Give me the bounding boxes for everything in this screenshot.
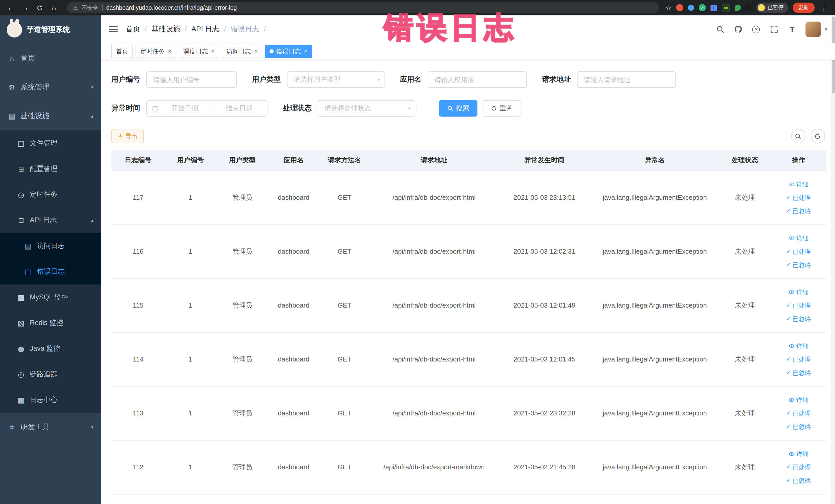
start-date-placeholder: 开始日期: [162, 104, 207, 113]
on-badge-icon[interactable]: on: [722, 4, 730, 12]
calendar-icon: [152, 105, 159, 112]
detail-link[interactable]: 详细: [789, 394, 809, 406]
detail-link[interactable]: 详细: [789, 340, 809, 352]
extension-red-icon[interactable]: [676, 4, 683, 11]
mark-ignored-link[interactable]: ✓已忽略: [786, 366, 811, 379]
request-url-input[interactable]: [577, 72, 676, 88]
browser-home-icon[interactable]: ⌂: [47, 1, 61, 14]
filter-label: 应用名: [400, 75, 422, 84]
breadcrumb-item[interactable]: API 日志: [191, 25, 231, 34]
sidebar-item[interactable]: ⚙ 系统管理 ▾: [0, 73, 101, 102]
extension-green-check-icon[interactable]: ✓: [699, 4, 706, 11]
update-button[interactable]: 更新: [792, 3, 814, 13]
mark-processed-link[interactable]: ✓已处理: [786, 299, 811, 311]
table-body: 117 1 管理员 dashboard GET /api/infra/db-do…: [111, 170, 826, 494]
tab[interactable]: 定时任务 ×: [136, 45, 176, 58]
toggle-search-button[interactable]: [791, 129, 805, 143]
mark-ignored-link[interactable]: ✓已忽略: [786, 205, 811, 217]
page-content: 用户编号 用户类型 请选择用户类型 ▾ 应用名: [101, 60, 835, 504]
mark-processed-link[interactable]: ✓已处理: [786, 353, 811, 365]
user-avatar[interactable]: [806, 22, 821, 37]
sidebar-item[interactable]: ▤ 错误日志: [0, 259, 101, 284]
tab-close-icon[interactable]: ×: [304, 48, 307, 55]
reload-icon[interactable]: [33, 1, 46, 14]
apps-grid-icon[interactable]: [711, 4, 717, 11]
mark-ignored-link[interactable]: ✓已忽略: [786, 474, 811, 486]
sidebar-item[interactable]: ◷ 定时任务: [0, 182, 101, 207]
sidebar-item[interactable]: ⊡ API 日志 ▴: [0, 207, 101, 233]
tab-close-icon[interactable]: ×: [168, 48, 171, 55]
font-size-icon[interactable]: T: [788, 25, 797, 34]
tab[interactable]: 调度日志 ×: [179, 45, 219, 58]
vertical-scrollbar: [831, 15, 835, 504]
tab[interactable]: 访问日志 ×: [222, 45, 262, 58]
user-type-select[interactable]: 请选择用户类型 ▾: [287, 72, 385, 88]
home-icon: ⌂: [8, 55, 16, 63]
tab[interactable]: 错误日志 ×: [265, 45, 312, 58]
sidebar-item[interactable]: ⌗ 研发工具 ▾: [0, 413, 101, 442]
avatar-caret-icon[interactable]: ▾: [825, 27, 827, 32]
user-id-input[interactable]: [146, 72, 237, 88]
mark-processed-link[interactable]: ✓已处理: [786, 461, 811, 473]
leaf-extension-icon[interactable]: [735, 5, 741, 11]
detail-link[interactable]: 详细: [789, 447, 809, 460]
sidebar-item[interactable]: ▦ MySQL 监控: [0, 284, 101, 310]
tab-close-icon[interactable]: ×: [254, 48, 258, 55]
bookmark-star-icon[interactable]: ☆: [666, 4, 672, 12]
address-bar[interactable]: ⚠ 不安全 dashboard.yudao.iocoder.cn/infra/l…: [67, 2, 659, 13]
search-icon[interactable]: [716, 25, 725, 34]
date-range-picker[interactable]: 开始日期 - 结束日期: [146, 100, 267, 117]
mark-processed-link[interactable]: ✓已处理: [786, 245, 811, 258]
sidebar-item[interactable]: ◫ 文件管理: [0, 130, 101, 156]
row-actions: 详细 ✓已处理 ✓已忽略: [774, 340, 823, 379]
refresh-icon: [814, 133, 821, 139]
app-name-input[interactable]: [428, 72, 527, 88]
check-icon: ✓: [786, 208, 791, 214]
mark-processed-link[interactable]: ✓已处理: [786, 191, 811, 204]
back-icon[interactable]: ←: [4, 1, 18, 14]
export-button[interactable]: 导出: [111, 129, 144, 143]
sidebar-item[interactable]: ◍ Java 监控: [0, 336, 101, 362]
forward-icon[interactable]: →: [19, 1, 32, 14]
refresh-button[interactable]: [810, 129, 825, 143]
sidebar-item[interactable]: ▤ 基础设施 ▴: [0, 102, 101, 130]
breadcrumb-item[interactable]: 首页: [126, 25, 151, 34]
github-icon[interactable]: [734, 25, 743, 34]
tab[interactable]: 首页: [111, 45, 133, 58]
process-status-select[interactable]: 请选择处理状态 ▾: [318, 100, 415, 117]
chevron-down-icon: ▾: [91, 425, 94, 430]
browser-menu-icon[interactable]: ⋮: [819, 4, 829, 12]
sidebar-item[interactable]: ▥ 日志中心: [0, 387, 101, 413]
mark-ignored-link[interactable]: ✓已忽略: [786, 313, 811, 325]
sidebar-item[interactable]: ⌂ 首页: [0, 44, 101, 73]
table-row: 113 1 管理员 dashboard GET /api/infra/db-do…: [111, 386, 826, 440]
extension-blue-icon[interactable]: [688, 5, 694, 11]
sidebar-item[interactable]: ▧ Redis 监控: [0, 310, 101, 336]
detail-link[interactable]: 详细: [789, 178, 809, 190]
search-button[interactable]: 搜索: [439, 100, 477, 117]
sidebar-item[interactable]: ⊞ 配置管理: [0, 156, 101, 182]
paused-profile-chip[interactable]: 已暂停: [756, 3, 788, 13]
fullscreen-icon[interactable]: [770, 25, 779, 34]
filter-row-1: 用户编号 用户类型 请选择用户类型 ▾ 应用名: [111, 72, 825, 88]
help-icon[interactable]: ?: [752, 25, 761, 34]
sidebar-menu: ⌂ 首页 ⚙ 系统管理 ▾ ▤ 基础设施: [0, 44, 101, 504]
mark-processed-link[interactable]: ✓已处理: [786, 407, 811, 419]
reset-button[interactable]: 重置: [483, 100, 521, 117]
detail-label: 详细: [796, 447, 809, 460]
detail-link[interactable]: 详细: [789, 286, 809, 298]
reset-button-label: 重置: [500, 104, 513, 113]
sidebar-item-label: 访问日志: [37, 241, 65, 250]
detail-label: 详细: [796, 286, 809, 298]
mark-ignored-link[interactable]: ✓已忽略: [786, 259, 811, 271]
detail-label: 详细: [796, 340, 809, 352]
check-icon: ✓: [786, 370, 791, 375]
sidebar-item[interactable]: ▤ 访问日志: [0, 233, 101, 259]
hamburger-icon[interactable]: [109, 26, 118, 32]
detail-link[interactable]: 详细: [789, 232, 809, 244]
mark-ignored-link[interactable]: ✓已忽略: [786, 420, 811, 432]
pin-extension-icon[interactable]: [746, 5, 752, 11]
breadcrumb-item[interactable]: 基础设施: [151, 25, 191, 34]
sidebar-item[interactable]: ◎ 链路追踪: [0, 362, 101, 387]
tab-close-icon[interactable]: ×: [211, 48, 215, 55]
